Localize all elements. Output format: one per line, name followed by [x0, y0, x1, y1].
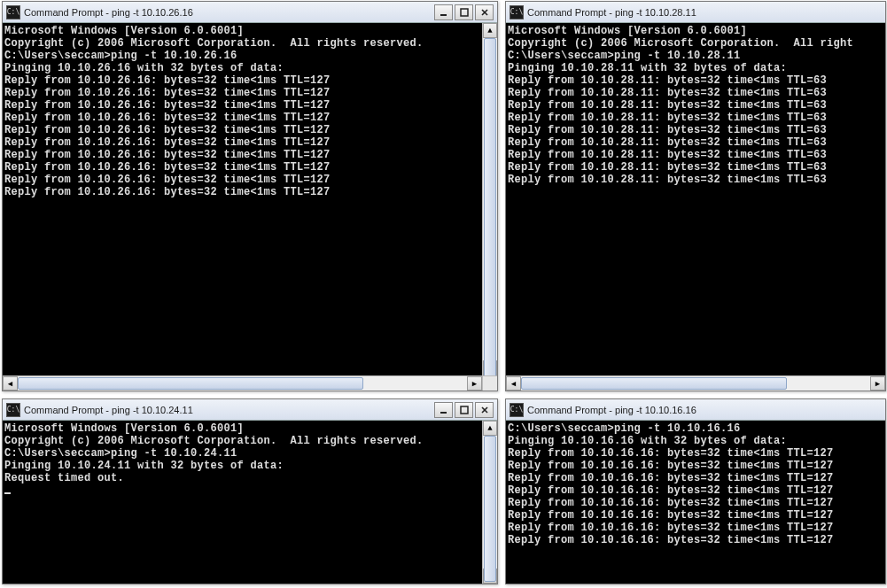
terminal-line: Reply from 10.10.16.16: bytes=32 time<1m… [508, 497, 883, 509]
scroll-left-button[interactable]: ◀ [506, 376, 521, 391]
close-button[interactable] [475, 4, 494, 20]
titlebar[interactable]: C:\Command Prompt - ping -t 10.10.26.16 [3, 2, 497, 23]
svg-rect-4 [440, 412, 447, 414]
vertical-scrollbar[interactable]: ▲▼ [482, 23, 497, 375]
terminal-line: Reply from 10.10.26.16: bytes=32 time<1m… [4, 161, 480, 174]
cmd-icon: C:\ [6, 5, 20, 19]
terminal-line: Copyright (c) 2006 Microsoft Corporation… [4, 435, 480, 447]
cmd-window[interactable]: C:\Command Prompt - ping -t 10.10.16.16C… [505, 398, 886, 584]
scroll-track[interactable] [483, 38, 497, 360]
cursor-icon [4, 492, 11, 494]
terminal-line: Reply from 10.10.16.16: bytes=32 time<1m… [508, 522, 883, 534]
terminal-line: C:\Users\seccam>ping -t 10.10.26.16 [4, 50, 480, 62]
terminal-line: Pinging 10.10.16.16 with 32 bytes of dat… [508, 435, 883, 447]
titlebar[interactable]: C:\Command Prompt - ping -t 10.10.28.11 [506, 2, 885, 23]
terminal-line: Request timed out. [4, 472, 480, 484]
scroll-thumb[interactable] [484, 38, 496, 375]
terminal-line: Reply from 10.10.28.11: bytes=32 time<1m… [508, 87, 883, 99]
terminal-line: C:\Users\seccam>ping -t 10.10.28.11 [508, 50, 883, 62]
terminal-line: Reply from 10.10.26.16: bytes=32 time<1m… [4, 99, 480, 112]
window-controls [432, 402, 494, 418]
terminal-line: Reply from 10.10.28.11: bytes=32 time<1m… [508, 174, 883, 186]
terminal-line: Pinging 10.10.28.11 with 32 bytes of dat… [508, 62, 883, 74]
svg-rect-0 [440, 14, 447, 16]
horizontal-scrollbar[interactable]: ◀▶ [506, 375, 885, 391]
close-button[interactable] [475, 402, 494, 418]
terminal-line: Reply from 10.10.28.11: bytes=32 time<1m… [508, 136, 883, 149]
terminal-line: Microsoft Windows [Version 6.0.6001] [4, 25, 480, 37]
window-title: Command Prompt - ping -t 10.10.26.16 [24, 7, 432, 18]
terminal-line: Reply from 10.10.28.11: bytes=32 time<1m… [508, 161, 883, 174]
terminal-line: Reply from 10.10.28.11: bytes=32 time<1m… [508, 74, 883, 87]
scroll-thumb[interactable] [484, 436, 496, 582]
terminal-line: Pinging 10.10.26.16 with 32 bytes of dat… [4, 62, 480, 74]
terminal-line: Reply from 10.10.16.16: bytes=32 time<1m… [508, 484, 883, 497]
terminal-line: Reply from 10.10.26.16: bytes=32 time<1m… [4, 124, 480, 136]
cmd-icon: C:\ [6, 403, 20, 417]
terminal-output[interactable]: Microsoft Windows [Version 6.0.6001]Copy… [3, 23, 482, 375]
terminal-line: Reply from 10.10.26.16: bytes=32 time<1m… [4, 186, 480, 198]
terminal-line: Copyright (c) 2006 Microsoft Corporation… [508, 37, 883, 50]
vertical-scrollbar[interactable]: ▲▼ [482, 421, 497, 584]
terminal-line: Microsoft Windows [Version 6.0.6001] [4, 422, 480, 435]
scroll-left-button[interactable]: ◀ [3, 376, 18, 391]
terminal-line: Reply from 10.10.16.16: bytes=32 time<1m… [508, 534, 883, 546]
terminal-line: Reply from 10.10.26.16: bytes=32 time<1m… [4, 149, 480, 161]
window-title: Command Prompt - ping -t 10.10.24.11 [24, 405, 432, 415]
terminal-line: Reply from 10.10.26.16: bytes=32 time<1m… [4, 74, 480, 87]
terminal-line: Reply from 10.10.26.16: bytes=32 time<1m… [4, 112, 480, 124]
terminal-output[interactable]: Microsoft Windows [Version 6.0.6001]Copy… [3, 421, 482, 584]
scroll-up-button[interactable]: ▲ [483, 421, 497, 436]
scroll-track[interactable] [483, 436, 497, 569]
maximize-button[interactable] [455, 4, 473, 20]
terminal-line: Copyright (c) 2006 Microsoft Corporation… [4, 37, 480, 50]
minimize-button[interactable] [434, 402, 453, 418]
svg-rect-5 [461, 406, 468, 414]
cmd-window[interactable]: C:\Command Prompt - ping -t 10.10.28.11M… [505, 1, 886, 391]
terminal-line: Reply from 10.10.26.16: bytes=32 time<1m… [4, 87, 480, 99]
cursor-line [4, 484, 480, 497]
cmd-icon: C:\ [510, 5, 524, 19]
cmd-window[interactable]: C:\Command Prompt - ping -t 10.10.24.11M… [2, 398, 498, 584]
terminal-line: Microsoft Windows [Version 6.0.6001] [508, 25, 883, 37]
window-title: Command Prompt - ping -t 10.10.28.11 [527, 7, 882, 18]
terminal-line: Reply from 10.10.16.16: bytes=32 time<1m… [508, 460, 883, 472]
scroll-up-button[interactable]: ▲ [483, 23, 497, 38]
terminal-line: C:\Users\seccam>ping -t 10.10.16.16 [508, 422, 883, 435]
terminal-output[interactable]: Microsoft Windows [Version 6.0.6001]Copy… [506, 23, 885, 375]
terminal-line: Reply from 10.10.16.16: bytes=32 time<1m… [508, 447, 883, 460]
scroll-track[interactable] [521, 376, 870, 391]
terminal-line: Reply from 10.10.28.11: bytes=32 time<1m… [508, 149, 883, 161]
cmd-icon: C:\ [510, 403, 524, 417]
terminal-line: Reply from 10.10.26.16: bytes=32 time<1m… [4, 174, 480, 186]
terminal-line: C:\Users\seccam>ping -t 10.10.24.11 [4, 447, 480, 460]
minimize-button[interactable] [434, 4, 453, 20]
terminal-line: Pinging 10.10.24.11 with 32 bytes of dat… [4, 460, 480, 472]
scroll-track[interactable] [18, 376, 467, 391]
window-controls [432, 4, 494, 20]
terminal-line: Reply from 10.10.28.11: bytes=32 time<1m… [508, 124, 883, 136]
svg-rect-1 [461, 9, 468, 16]
cmd-window[interactable]: C:\Command Prompt - ping -t 10.10.26.16M… [2, 1, 498, 391]
maximize-button[interactable] [455, 402, 473, 418]
scroll-right-button[interactable]: ▶ [467, 376, 482, 391]
window-title: Command Prompt - ping -t 10.10.16.16 [527, 405, 882, 415]
terminal-line: Reply from 10.10.26.16: bytes=32 time<1m… [4, 136, 480, 149]
scroll-thumb[interactable] [18, 377, 363, 390]
titlebar[interactable]: C:\Command Prompt - ping -t 10.10.16.16 [506, 399, 885, 421]
horizontal-scrollbar[interactable]: ◀▶ [3, 375, 497, 391]
titlebar[interactable]: C:\Command Prompt - ping -t 10.10.24.11 [3, 399, 497, 421]
scroll-right-button[interactable]: ▶ [870, 376, 885, 391]
terminal-line: Reply from 10.10.28.11: bytes=32 time<1m… [508, 112, 883, 124]
scrollbar-corner [482, 376, 497, 391]
terminal-line: Reply from 10.10.16.16: bytes=32 time<1m… [508, 509, 883, 522]
scroll-thumb[interactable] [521, 377, 787, 390]
terminal-line: Reply from 10.10.16.16: bytes=32 time<1m… [508, 472, 883, 484]
terminal-output[interactable]: C:\Users\seccam>ping -t 10.10.16.16Pingi… [506, 421, 885, 584]
terminal-line: Reply from 10.10.28.11: bytes=32 time<1m… [508, 99, 883, 112]
